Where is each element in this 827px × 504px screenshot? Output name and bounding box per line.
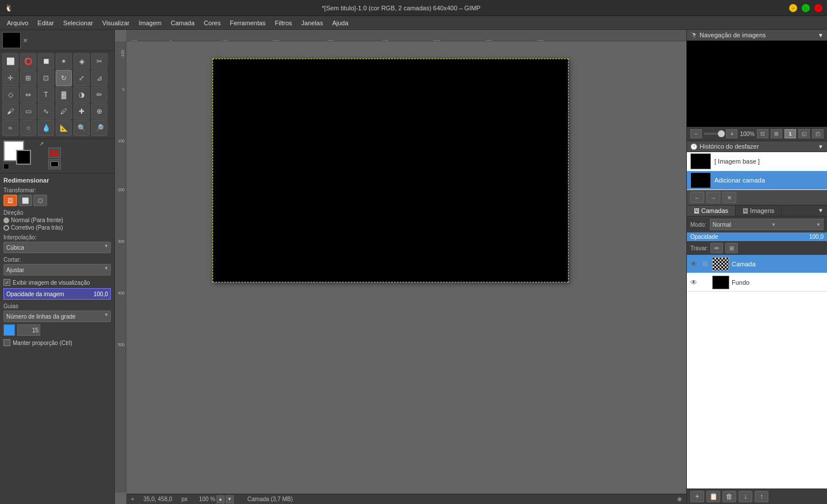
- cut-select[interactable]: Ajustar: [3, 264, 111, 276]
- nav-zoom-expand-btn[interactable]: ◰: [812, 129, 824, 138]
- menu-selecionar[interactable]: Selecionar: [59, 18, 98, 28]
- tool-pencil[interactable]: ✏: [91, 87, 107, 103]
- guides-select[interactable]: Número de linhas da grade: [3, 311, 111, 322]
- opacity-image-input[interactable]: Opacidade da imagem 100,0: [3, 288, 111, 300]
- tool-bucket-fill[interactable]: ▓: [56, 87, 72, 103]
- transform-path-btn[interactable]: ⬡: [33, 195, 47, 206]
- minimize-button[interactable]: −: [789, 4, 797, 12]
- interpolation-select[interactable]: Cúbica: [3, 242, 111, 253]
- tool-perspective[interactable]: ◇: [2, 87, 18, 103]
- menu-janelas[interactable]: Janelas: [297, 18, 328, 28]
- move-layer-down-btn[interactable]: ↓: [739, 491, 752, 502]
- nav-zoom-plus-btn[interactable]: +: [726, 129, 737, 138]
- layers-panel-menu-icon[interactable]: ▼: [814, 206, 827, 216]
- maximize-button[interactable]: □: [802, 4, 810, 12]
- maintain-proportion-row[interactable]: Manter proporção (Ctrl): [3, 339, 111, 346]
- tool-smudge[interactable]: ≈: [2, 120, 18, 136]
- tool-ellipse-select[interactable]: ⭕: [20, 53, 36, 69]
- guide-number-input[interactable]: 15: [17, 324, 40, 336]
- history-back-btn[interactable]: ←: [690, 192, 704, 203]
- delete-layer-btn[interactable]: 🗑: [722, 491, 736, 502]
- guide-color-swatch[interactable]: [3, 324, 15, 336]
- tool-align[interactable]: ⊞: [20, 70, 36, 86]
- menu-arquivo[interactable]: Arquivo: [2, 18, 33, 28]
- tool-rect-select[interactable]: ⬜: [2, 53, 18, 69]
- tool-airbrush[interactable]: ∿: [38, 103, 54, 119]
- tool-blend[interactable]: ◑: [74, 87, 90, 103]
- tool-fuzzy-select[interactable]: ✴: [56, 53, 72, 69]
- history-item-add-layer[interactable]: Adicionar camada: [687, 171, 827, 190]
- tool-dodge[interactable]: ○: [20, 120, 36, 136]
- tool-flip[interactable]: ⇔: [20, 87, 36, 103]
- history-item-base[interactable]: [ Imagem base ]: [687, 152, 827, 171]
- nav-panel-menu-icon[interactable]: ▼: [818, 32, 824, 38]
- nav-zoom-thumb[interactable]: [718, 130, 725, 137]
- transform-layer-btn[interactable]: 🖼: [3, 195, 17, 206]
- tool-text[interactable]: T: [38, 87, 54, 103]
- layer-eye-fundo[interactable]: 👁: [689, 278, 698, 287]
- nav-zoom-slider[interactable]: [704, 133, 724, 135]
- move-layer-up-btn[interactable]: ↑: [755, 491, 768, 502]
- zoom-increase-btn[interactable]: ▼: [226, 495, 234, 503]
- nav-zoom-shrink-btn[interactable]: ◱: [798, 129, 810, 138]
- status-add-button[interactable]: +: [131, 496, 134, 502]
- tool-clone[interactable]: ⊕: [91, 103, 107, 119]
- tool-ink[interactable]: 🖊: [56, 103, 72, 119]
- layer-item-fundo[interactable]: 👁 Fundo: [687, 273, 827, 292]
- nav-zoom-1to1-btn[interactable]: 1: [785, 129, 796, 138]
- swap-colors-icon[interactable]: ↗: [39, 141, 44, 147]
- tab-images[interactable]: 🖼 Imagens: [736, 206, 782, 216]
- tool-zoom-in[interactable]: 🔍: [74, 120, 90, 136]
- maintain-proportion-checkbox[interactable]: [3, 339, 10, 346]
- close-button[interactable]: ×: [814, 4, 822, 12]
- menu-camada[interactable]: Camada: [166, 18, 199, 28]
- tool-eraser[interactable]: ▭: [20, 103, 36, 119]
- direction-corrective-radio[interactable]: Corretivo (Para trás): [3, 224, 111, 231]
- duplicate-layer-btn[interactable]: 📋: [706, 491, 720, 502]
- tool-move[interactable]: ✛: [2, 70, 18, 86]
- tool-eyedropper[interactable]: 💧: [38, 120, 54, 136]
- show-preview-row[interactable]: Exibir imagem de visualização: [3, 279, 111, 286]
- menu-ajuda[interactable]: Ajuda: [327, 18, 353, 28]
- history-delete-btn[interactable]: ✕: [722, 192, 736, 203]
- zoom-decrease-btn[interactable]: ▲: [217, 495, 225, 503]
- direction-normal-radio[interactable]: Normal (Para frente): [3, 217, 111, 223]
- nav-zoom-fit-btn[interactable]: ⊡: [757, 129, 768, 138]
- menu-visualizar[interactable]: Visualizar: [98, 18, 134, 28]
- tool-scale[interactable]: ⤢: [74, 70, 90, 86]
- layer-chain-camada[interactable]: ⛓: [701, 259, 710, 269]
- tab-layers[interactable]: 🖼 Camadas: [687, 206, 736, 216]
- layer-eye-camada[interactable]: 👁: [689, 259, 698, 269]
- mode-select[interactable]: Normal ▼: [710, 219, 824, 230]
- menu-filtros[interactable]: Filtros: [270, 18, 297, 28]
- tool-measure[interactable]: 📐: [56, 120, 72, 136]
- layer-item-camada[interactable]: 👁 ⛓ Camada: [687, 255, 827, 273]
- lock-position-btn[interactable]: ⊞: [725, 243, 738, 253]
- tool-select-by-color[interactable]: ◈: [74, 53, 90, 69]
- menu-editar[interactable]: Editar: [33, 18, 59, 28]
- tool-zoom-out[interactable]: 🔎: [91, 120, 107, 136]
- menu-ferramentas[interactable]: Ferramentas: [225, 18, 270, 28]
- status-nav-btn[interactable]: ⊕: [677, 496, 682, 502]
- reset-colors-icon[interactable]: [3, 164, 9, 169]
- nav-zoom-minus-btn[interactable]: −: [690, 129, 702, 138]
- quick-mask-btn[interactable]: [48, 148, 61, 158]
- nav-zoom-fill-btn[interactable]: ⊞: [771, 129, 782, 138]
- tool-free-select[interactable]: 🔲: [38, 53, 54, 69]
- transform-selection-btn[interactable]: ⬜: [18, 195, 32, 206]
- menu-imagem[interactable]: Imagem: [134, 18, 167, 28]
- new-layer-btn[interactable]: +: [690, 491, 704, 502]
- channel-btn[interactable]: [48, 159, 61, 169]
- layer-chain-fundo[interactable]: [701, 278, 710, 287]
- tool-paintbrush[interactable]: 🖌: [2, 103, 18, 119]
- tool-heal[interactable]: ✚: [74, 103, 90, 119]
- history-forward-btn[interactable]: →: [706, 192, 720, 203]
- tool-shear[interactable]: ⊿: [91, 70, 107, 86]
- lock-pixels-btn[interactable]: ✏: [710, 243, 723, 253]
- tool-scissors[interactable]: ✂: [91, 53, 107, 69]
- show-preview-checkbox[interactable]: [3, 279, 10, 286]
- tool-rotate[interactable]: ↻: [56, 70, 72, 86]
- tool-crop[interactable]: ⊡: [38, 70, 54, 86]
- background-color[interactable]: [16, 150, 31, 165]
- menu-cores[interactable]: Cores: [199, 18, 225, 28]
